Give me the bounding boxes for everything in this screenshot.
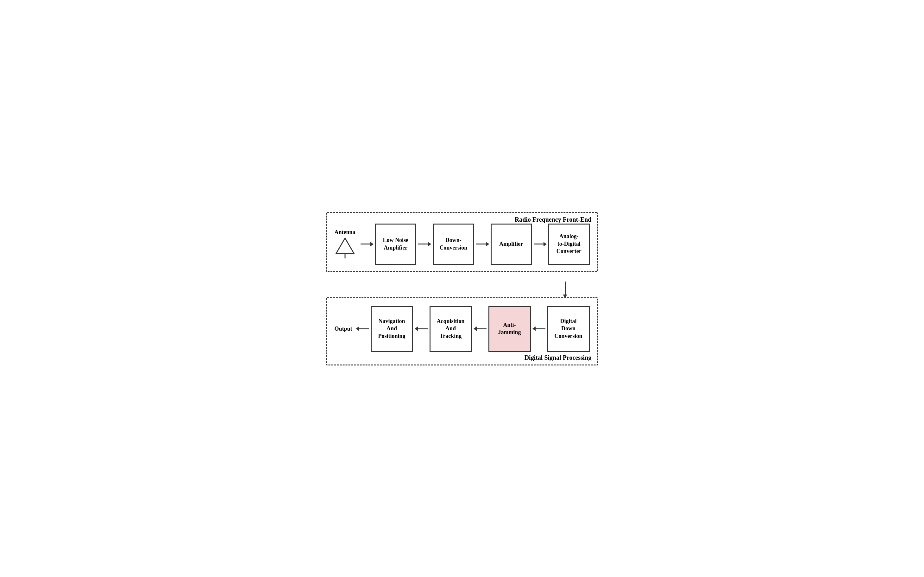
acq-block: Acquisition And Tracking (429, 306, 472, 352)
dsp-label: Digital Signal Processing (524, 354, 591, 361)
antijam-block: Anti- Jamming (489, 306, 531, 352)
ddc-label: Digital Down Conversion (554, 318, 582, 340)
acq-to-antijam-arrow (474, 329, 487, 329)
vert-arrow-line (565, 282, 566, 297)
antijam-label: Anti- Jamming (498, 321, 521, 336)
amplifier-label: Amplifier (499, 240, 523, 248)
amplifier-block: Amplifier (491, 224, 532, 265)
ddc-block: Digital Down Conversion (547, 306, 590, 352)
rf-section: Radio Frequency Front-End Antenna Low No… (326, 212, 598, 272)
adc-label: Analog- to-Digital Converter (556, 233, 582, 255)
svg-marker-0 (336, 238, 354, 253)
amp-to-adc-arrow (534, 243, 546, 245)
lna-label: Low Noise Amplifier (383, 237, 409, 251)
nav-label: Navigation And Positioning (378, 318, 405, 340)
lna-to-downconv-arrow (418, 243, 431, 245)
vert-line-container (540, 282, 591, 297)
output-to-nav-arrow (356, 329, 369, 329)
rf-row: Antenna Low Noise Amplifier (334, 224, 590, 265)
dsp-section: Digital Signal Processing Output Navigat… (326, 297, 598, 366)
acq-label: Acquisition And Tracking (437, 318, 465, 340)
downconv-to-amp-arrow (476, 243, 489, 245)
dsp-row: Output Navigation And Positioning Acquis… (334, 306, 590, 352)
antenna-area: Antenna (334, 229, 355, 259)
downconv-block: Down- Conversion (433, 224, 474, 265)
downconv-label: Down- Conversion (439, 237, 467, 251)
vert-connector (326, 282, 598, 297)
antenna-label: Antenna (334, 229, 355, 235)
antenna-to-lna-arrow (360, 243, 373, 245)
rf-label: Radio Frequency Front-End (515, 216, 591, 223)
nav-to-acq-arrow (415, 329, 427, 329)
antenna-icon (336, 237, 355, 259)
lna-block: Low Noise Amplifier (375, 224, 416, 265)
antijam-to-ddc-arrow (533, 329, 545, 329)
adc-block: Analog- to-Digital Converter (548, 224, 590, 265)
output-label: Output (334, 326, 352, 332)
diagram-wrapper: Radio Frequency Front-End Antenna Low No… (320, 206, 604, 372)
nav-block: Navigation And Positioning (371, 306, 413, 352)
